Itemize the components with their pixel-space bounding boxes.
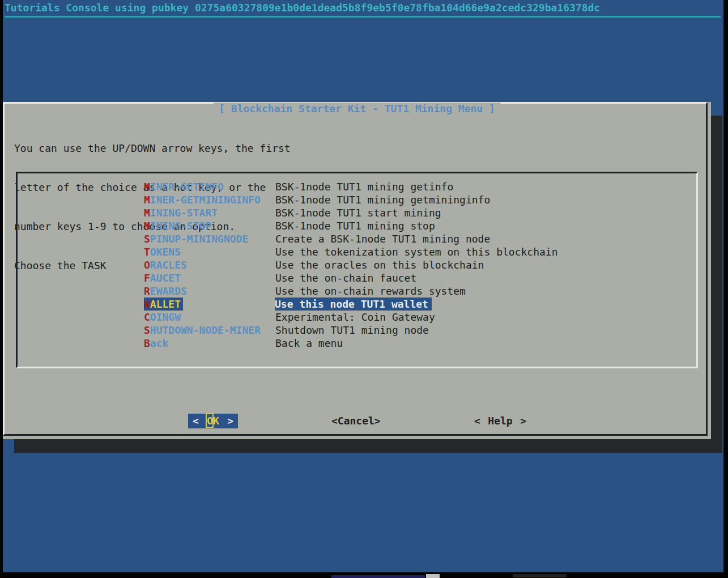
menu-item-tag: ALLET	[150, 298, 181, 310]
screen-edge-left	[0, 0, 3, 578]
instruction-line: You can use the UP/DOWN arrow keys, the …	[14, 142, 291, 155]
ok-open-angle: <	[193, 414, 199, 428]
hotkey-letter: R	[144, 285, 150, 297]
hotkey-letter: M	[144, 220, 150, 232]
menu-item-faucet[interactable]: FAUCET Use the on-chain faucet	[18, 271, 696, 284]
hotkey-letter: M	[144, 194, 150, 206]
menu-item-description: Create a BSK-1node TUT1 mining node	[275, 232, 490, 245]
menu-item-description: BSK-1node TUT1 mining getmininginfo	[275, 193, 490, 206]
menu-item-tag: OKENS	[150, 246, 181, 258]
taskbar-fragment-navy	[331, 575, 425, 578]
menu-item-mining-start[interactable]: MINING-START BSK-1node TUT1 start mining	[18, 206, 696, 219]
menu-item-oracles[interactable]: ORACLES Use the oracles on this blockcha…	[18, 258, 696, 271]
taskbar-fragment-text	[513, 574, 567, 577]
menu-item-description: Shutdown TUT1 mining node	[275, 324, 429, 337]
hotkey-letter: B	[144, 337, 150, 349]
menu-item-tag: ack	[150, 337, 169, 349]
dialog-title: [ Blockchain Starter Kit - TUT1 Mining M…	[214, 103, 500, 114]
menu-item-tag: EWARDS	[150, 285, 187, 297]
help-close-angle: >	[520, 414, 526, 428]
menu-item-spinup-miningnode[interactable]: SPINUP-MININGNODE Create a BSK-1node TUT…	[18, 232, 696, 245]
ok-button[interactable]: < OK >	[188, 414, 238, 428]
menu-item-tag: RACLES	[150, 259, 187, 271]
menu-item-description: Use the oracles on this blockchain	[275, 258, 484, 271]
menu-item-coingw[interactable]: COINGW Experimental: Coin Gateway	[18, 311, 696, 324]
menu-item-rewards[interactable]: REWARDS Use the on-chain rewards system	[18, 284, 696, 298]
menu-item-tag: INING-STOP	[150, 220, 211, 232]
menu-item-tag: INING-START	[150, 207, 218, 219]
menu-item-miner-getinfo[interactable]: MINER-GETINFO BSK-1node TUT1 mining geti…	[18, 180, 696, 193]
menu-item-description: Use the on-chain rewards system	[275, 284, 466, 298]
hotkey-letter: W	[144, 298, 150, 310]
help-button[interactable]: < Help >	[474, 414, 526, 428]
hotkey-letter: O	[144, 259, 150, 271]
menu-item-tokens[interactable]: TOKENS Use the tokenization system on th…	[18, 245, 696, 258]
screen-edge-right	[723, 0, 728, 578]
menu-item-tag: INER-GETMININGINFO	[150, 194, 261, 206]
menu-item-description: Back a menu	[275, 337, 343, 350]
menu-item-shutdown-node-miner[interactable]: SHUTDOWN-NODE-MINER Shutdown TUT1 mining…	[18, 324, 696, 337]
menu-item-description: BSK-1node TUT1 start mining	[275, 206, 441, 219]
menu-item-tag: INER-GETINFO	[150, 181, 224, 193]
menu-item-tag: HUTDOWN-NODE-MINER	[150, 324, 261, 336]
console-title-bar: Tutorials Console using pubkey 0275a6032…	[5, 1, 718, 15]
menu-item-description: BSK-1node TUT1 mining getinfo	[275, 180, 453, 193]
hotkey-letter: T	[144, 246, 150, 258]
hotkey-letter: S	[144, 233, 150, 245]
hotkey-letter: M	[144, 181, 150, 193]
taskbar-fragment-light	[426, 574, 440, 578]
hotkey-letter: M	[144, 207, 150, 219]
menu-item-back[interactable]: Back Back a menu	[18, 337, 696, 350]
hotkey-letter: S	[144, 324, 150, 336]
help-open-angle: <	[474, 414, 480, 428]
title-underline	[5, 16, 721, 18]
menu-item-miner-getmininginfo[interactable]: MINER-GETMININGINFO BSK-1node TUT1 minin…	[18, 193, 696, 206]
text-cursor: O	[207, 415, 213, 427]
menu-item-description: BSK-1node TUT1 mining stop	[275, 219, 435, 232]
cancel-button[interactable]: <Cancel>	[331, 414, 381, 428]
menu-item-description: Use the on-chain faucet	[275, 271, 416, 284]
menu-list: MINER-GETINFO BSK-1node TUT1 mining geti…	[16, 172, 698, 368]
hotkey-letter: C	[144, 311, 150, 323]
menu-item-wallet-selected[interactable]: WALLET Use this node TUT1 wallet	[18, 298, 696, 311]
ok-label: K	[213, 415, 219, 427]
menu-item-mining-stop[interactable]: MINING-STOP BSK-1node TUT1 mining stop	[18, 219, 696, 232]
menu-item-description: Experimental: Coin Gateway	[275, 311, 435, 324]
menu-item-tag: PINUP-MININGNODE	[150, 233, 248, 245]
menu-item-description: Use this node TUT1 wallet	[275, 298, 432, 311]
help-label: Help	[488, 414, 512, 428]
hotkey-letter: F	[144, 272, 150, 284]
menu-item-description: Use the tokenization system on this bloc…	[275, 245, 558, 258]
ok-close-angle: >	[227, 414, 233, 428]
mining-menu-dialog: [ Blockchain Starter Kit - TUT1 Mining M…	[3, 102, 711, 439]
menu-item-tag: OINGW	[150, 311, 181, 323]
menu-item-tag: AUCET	[150, 272, 181, 284]
